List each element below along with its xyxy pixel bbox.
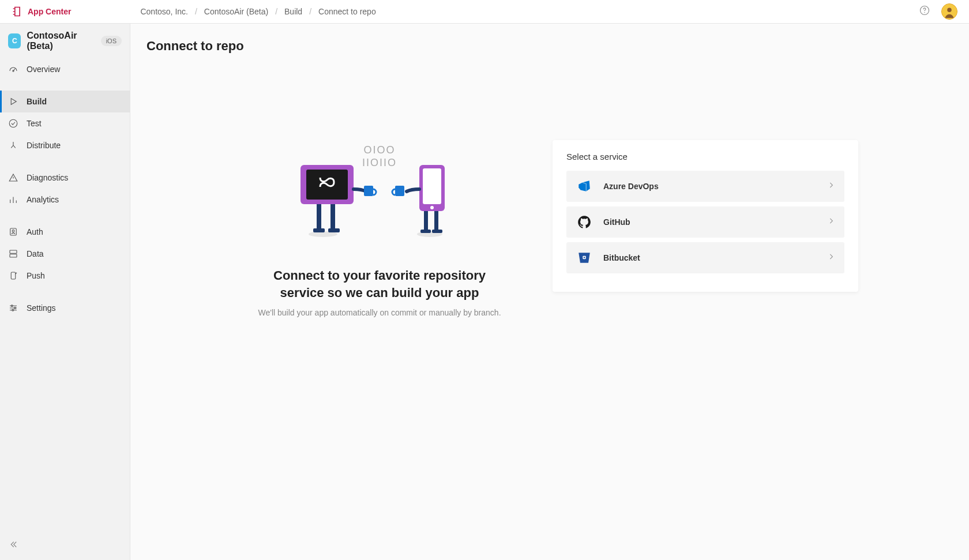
brand-name: App Center [28,7,71,16]
sidebar-item-overview[interactable]: Overview [0,58,130,80]
sidebar-item-test[interactable]: Test [0,112,130,134]
distribute-icon [8,140,18,151]
sidebar-item-push[interactable]: Push [0,265,130,287]
data-icon [8,249,18,259]
page-title: Connect to repo [147,39,953,54]
service-name: GitHub [603,217,630,227]
play-icon [8,96,18,107]
bitbucket-icon [576,249,593,266]
sidebar-app-header[interactable]: C ContosoAir (Beta) iOS [0,24,130,58]
sidebar-item-build[interactable]: Build [0,91,130,112]
avatar[interactable] [941,3,957,20]
help-icon[interactable] [919,5,930,18]
bar-chart-icon [8,194,18,205]
service-name: Bitbucket [603,253,640,262]
sidebar-item-auth[interactable]: Auth [0,221,130,243]
app-name: ContosoAir (Beta) [27,31,95,51]
sidebar-item-label: Distribute [27,141,61,150]
hero-subtitle: We'll build your app automatically on co… [241,308,518,317]
svg-rect-17 [317,204,321,230]
svg-point-3 [947,8,951,12]
push-icon [8,270,18,281]
sidebar-item-label: Settings [27,303,56,313]
svg-rect-20 [328,228,340,232]
chevron-right-icon [827,217,835,227]
warning-icon [8,172,18,183]
service-item-bitbucket[interactable]: Bitbucket [566,242,844,273]
hero: OIOO IIOIIO [241,140,518,317]
svg-point-32 [584,257,585,258]
breadcrumb-section[interactable]: Build [284,7,302,16]
service-item-azure-devops[interactable]: Azure DevOps [566,171,844,202]
breadcrumb-org[interactable]: Contoso, Inc. [140,7,188,16]
svg-rect-18 [330,204,335,230]
sidebar-item-label: Diagnostics [27,173,68,182]
gauge-icon [8,64,18,74]
svg-rect-30 [395,186,404,196]
sidebar-item-label: Auth [27,227,43,236]
app-badge: C [8,33,21,48]
sidebar-item-label: Data [27,249,44,258]
sidebar-item-analytics[interactable]: Analytics [0,189,130,211]
svg-rect-8 [10,250,17,253]
sidebar-item-label: Test [27,119,42,128]
main-content: Connect to repo OIOO IIOIIO [130,24,969,560]
breadcrumb-sep: / [275,7,277,16]
sidebar: C ContosoAir (Beta) iOS Overview Build T… [0,24,130,560]
breadcrumb-page[interactable]: Connect to repo [318,7,376,16]
azure-devops-icon [576,178,593,195]
select-service-card: Select a service Azure DevOps [553,140,858,292]
topbar: App Center Contoso, Inc. / ContosoAir (B… [0,0,969,24]
brand[interactable]: App Center [12,6,71,17]
sidebar-item-label: Build [27,97,47,106]
sidebar-item-label: Overview [27,65,60,74]
chevron-right-icon [827,181,835,191]
user-icon [8,227,18,237]
sidebar-item-distribute[interactable]: Distribute [0,134,130,156]
hero-title: Connect to your favorite repository serv… [258,267,501,301]
check-circle-icon [8,118,18,129]
svg-rect-29 [432,230,442,233]
sliders-icon [8,303,18,313]
svg-point-5 [9,119,17,127]
nav: Overview Build Test Distribute [0,58,130,319]
binary-line-1: OIOO [363,144,395,156]
service-name: Azure DevOps [603,182,659,191]
binary-line-2: IIOIIO [362,157,397,168]
breadcrumb-sep: / [195,7,197,16]
svg-point-1 [924,12,925,13]
svg-rect-24 [423,168,441,204]
breadcrumb: Contoso, Inc. / ContosoAir (Beta) / Buil… [140,7,375,16]
svg-rect-27 [434,211,438,231]
sidebar-item-label: Analytics [27,195,59,204]
svg-point-7 [12,230,14,232]
sidebar-item-label: Push [27,271,45,280]
svg-rect-9 [10,254,17,257]
sidebar-collapse-button[interactable] [0,531,130,560]
sidebar-item-data[interactable]: Data [0,243,130,265]
svg-rect-26 [424,211,428,231]
sidebar-item-diagnostics[interactable]: Diagnostics [0,167,130,189]
hero-illustration: OIOO IIOIIO [241,140,518,244]
sidebar-item-settings[interactable]: Settings [0,297,130,319]
breadcrumb-app[interactable]: ContosoAir (Beta) [204,7,268,16]
breadcrumb-sep: / [309,7,311,16]
svg-rect-21 [364,186,373,196]
svg-rect-10 [11,272,16,279]
service-item-github[interactable]: GitHub [566,206,844,238]
card-title: Select a service [566,152,844,161]
svg-rect-19 [313,228,325,232]
app-center-logo-icon [12,6,23,17]
svg-point-25 [430,206,434,209]
chevron-right-icon [827,253,835,263]
platform-chip: iOS [101,36,122,46]
svg-rect-28 [420,230,431,233]
github-icon [576,213,593,231]
